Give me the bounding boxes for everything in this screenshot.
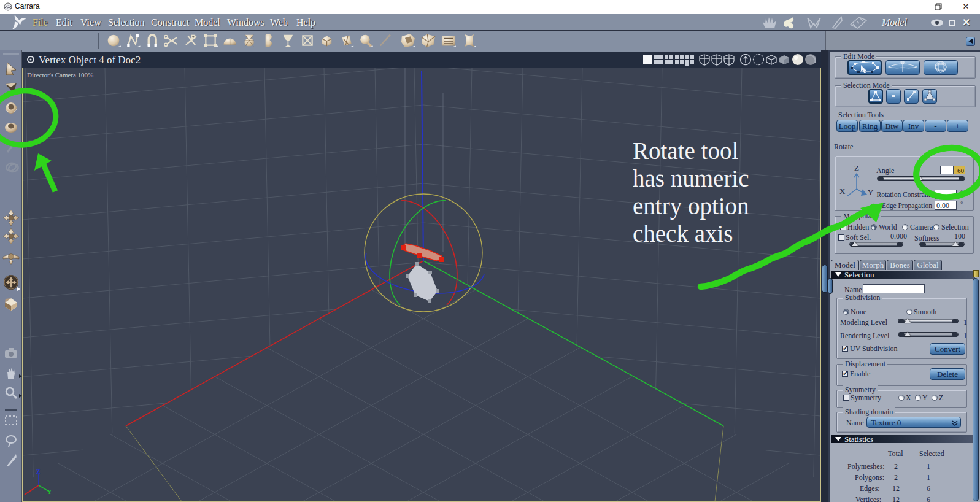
svg-text:Z: Z xyxy=(854,163,859,172)
svg-text:Y: Y xyxy=(868,188,874,197)
svg-text:Z: Z xyxy=(36,468,41,475)
svg-text:X: X xyxy=(839,187,846,196)
svg-text:Y: Y xyxy=(47,488,52,495)
